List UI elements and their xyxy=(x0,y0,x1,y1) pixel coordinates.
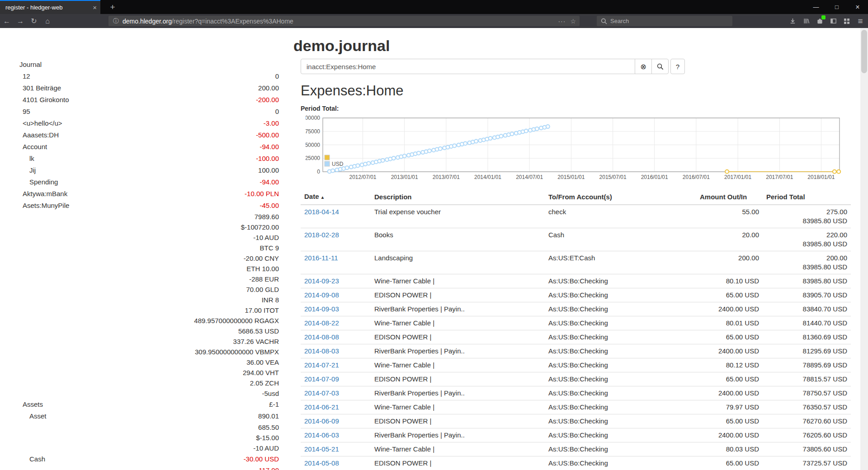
query-input[interactable] xyxy=(301,59,635,74)
account-name[interactable]: Spending xyxy=(19,176,58,188)
sidebar-account-row[interactable]: 301 Beiträge200.00 xyxy=(19,82,279,94)
date-link[interactable]: 2014-05-21 xyxy=(304,445,339,453)
browser-tab[interactable]: register - hledger-web × xyxy=(0,0,100,14)
account-name[interactable]: Cash xyxy=(19,453,45,465)
register-date-cell: 2014-07-03 xyxy=(301,386,371,400)
account-balance: -45.00 xyxy=(259,200,279,212)
new-tab-button[interactable]: + xyxy=(107,1,118,13)
window-minimize-button[interactable]: — xyxy=(806,0,826,14)
account-balance: 0 xyxy=(275,70,279,82)
account-balance: £-1 xyxy=(269,399,279,410)
register-account-cell: As:US:Bo:Checking xyxy=(545,274,696,288)
account-balance: -100.00 xyxy=(256,153,279,164)
account-name[interactable]: 4101 Girokonto xyxy=(19,94,69,106)
date-link[interactable]: 2018-02-28 xyxy=(304,231,339,239)
sidebar-account-row[interactable]: Asset890.01 xyxy=(19,410,279,422)
window-close-button[interactable]: × xyxy=(847,0,868,14)
sidebar-balance-row: 2.05 ZCH xyxy=(19,378,279,388)
register-description-cell: Wine-Tarner Cable | xyxy=(371,316,545,330)
svg-text:75000: 75000 xyxy=(306,128,320,135)
account-name[interactable]: Asset xyxy=(19,410,47,422)
page-scrollbar[interactable] xyxy=(860,28,868,470)
svg-text:2015/01/01: 2015/01/01 xyxy=(557,174,585,180)
back-icon[interactable]: ← xyxy=(0,14,14,28)
date-link[interactable]: 2014-09-23 xyxy=(304,277,339,285)
account-name[interactable]: Aaasets:DH xyxy=(19,129,59,141)
register-amount-cell: 65.00 USD xyxy=(696,288,763,302)
register-account-cell: As:US:Bo:Checking xyxy=(545,456,696,470)
page-actions-icon[interactable]: ··· xyxy=(558,18,566,25)
date-link[interactable]: 2014-08-22 xyxy=(304,319,339,327)
journal-heading[interactable]: Journal xyxy=(19,59,279,70)
bookmark-star-icon[interactable]: ☆ xyxy=(570,18,576,25)
date-link[interactable]: 2014-07-03 xyxy=(304,389,339,397)
date-link[interactable]: 2014-08-03 xyxy=(304,347,339,355)
sidebar-account-row[interactable]: 4101 Girokonto-200.00 xyxy=(19,94,279,106)
menu-icon[interactable]: ≡ xyxy=(854,14,867,28)
scrollbar-thumb[interactable] xyxy=(861,30,867,73)
home-icon[interactable]: ⌂ xyxy=(41,14,54,28)
sidebar-account-row[interactable]: 950 xyxy=(19,106,279,118)
account-name[interactable]: <u>hello</u> xyxy=(19,118,62,129)
date-link[interactable]: 2018-04-14 xyxy=(304,208,339,216)
sidebar-account-row[interactable]: Aktywa:mBank-10.00 PLN xyxy=(19,188,279,200)
date-link[interactable]: 2014-07-21 xyxy=(304,361,339,369)
sidebar-toggle-icon[interactable] xyxy=(826,14,840,28)
account-name[interactable]: Jij xyxy=(19,164,36,176)
search-button[interactable] xyxy=(651,59,669,74)
date-link[interactable]: 2014-05-08 xyxy=(304,459,339,467)
browser-search-input[interactable] xyxy=(610,18,719,24)
account-name[interactable]: lk xyxy=(19,153,34,164)
account-name[interactable]: Account xyxy=(19,141,47,153)
account-name[interactable]: Aktywa:mBank xyxy=(19,188,67,200)
sidebar-account-row[interactable]: 120 xyxy=(19,70,279,82)
browser-search-bar[interactable] xyxy=(597,16,732,26)
forward-icon[interactable]: → xyxy=(14,14,27,28)
column-header-date[interactable]: Date▲ xyxy=(301,190,371,205)
url-bar[interactable]: ⓘ demo.hledger.org /register?q=inacct%3A… xyxy=(108,16,580,26)
account-name[interactable]: Assets xyxy=(19,399,43,410)
apps-grid-icon[interactable] xyxy=(840,14,854,28)
site-info-icon[interactable]: ⓘ xyxy=(113,17,119,25)
library-icon[interactable] xyxy=(799,14,813,28)
date-link[interactable]: 2016-11-11 xyxy=(304,254,338,262)
date-link[interactable]: 2014-09-03 xyxy=(304,305,339,313)
sidebar-account-row[interactable]: Asets:MunyPile-45.00 xyxy=(19,200,279,212)
sidebar-account-row[interactable]: lk-100.00 xyxy=(19,153,279,164)
date-link[interactable]: 2014-09-08 xyxy=(304,291,339,299)
date-link[interactable]: 2014-07-09 xyxy=(304,375,339,383)
account-name[interactable]: 95 xyxy=(19,106,30,118)
window-maximize-button[interactable]: □ xyxy=(826,0,847,14)
register-total-cell: 275.0083985.80 USD xyxy=(763,205,851,228)
tab-close-icon[interactable]: × xyxy=(93,4,97,11)
account-name[interactable]: 12 xyxy=(19,70,30,82)
sidebar-account-row[interactable]: Assets£-1 xyxy=(19,399,279,410)
sidebar-balance-row: $-100720.00 xyxy=(19,222,279,232)
date-link[interactable]: 2014-08-08 xyxy=(304,333,339,341)
date-link[interactable]: 2014-06-03 xyxy=(304,431,339,439)
date-link[interactable]: 2014-06-09 xyxy=(304,417,339,425)
sidebar-balance-row: 36.00 VEA xyxy=(19,357,279,367)
sidebar-account-row[interactable]: <u>hello</u>-3.00 xyxy=(19,118,279,129)
register-amount-cell: 65.00 USD xyxy=(696,414,763,428)
register-account-cell: As:US:ET:Cash xyxy=(545,251,696,274)
sidebar-account-row[interactable]: Account-94.00 xyxy=(19,141,279,153)
account-name[interactable]: Asets:MunyPile xyxy=(19,200,69,212)
account-name[interactable]: 301 Beiträge xyxy=(19,82,61,94)
download-icon[interactable] xyxy=(786,14,799,28)
register-row: 2014-09-03RiverBank Properties | Payin..… xyxy=(301,302,851,316)
sidebar-account-row[interactable]: Spending-94.00 xyxy=(19,176,279,188)
sidebar-account-row[interactable]: Cash-30.00 USD xyxy=(19,453,279,465)
register-account-cell: check xyxy=(545,205,696,228)
sidebar-account-row[interactable]: Aaasets:DH-500.00 xyxy=(19,129,279,141)
register-account-cell: As:US:Bo:Checking xyxy=(545,358,696,372)
help-button[interactable]: ? xyxy=(670,59,685,74)
account-balance: INR 8 xyxy=(262,295,279,305)
extension-icon[interactable] xyxy=(813,14,826,28)
clear-query-button[interactable]: ⊗ xyxy=(635,59,652,74)
sidebar-balance-row: 70.00 GLD xyxy=(19,284,279,295)
sidebar-account-row[interactable]: Jij100.00 xyxy=(19,164,279,176)
reload-icon[interactable]: ↻ xyxy=(27,14,41,28)
register-date-cell: 2014-07-21 xyxy=(301,358,371,372)
date-link[interactable]: 2014-06-21 xyxy=(304,403,339,411)
